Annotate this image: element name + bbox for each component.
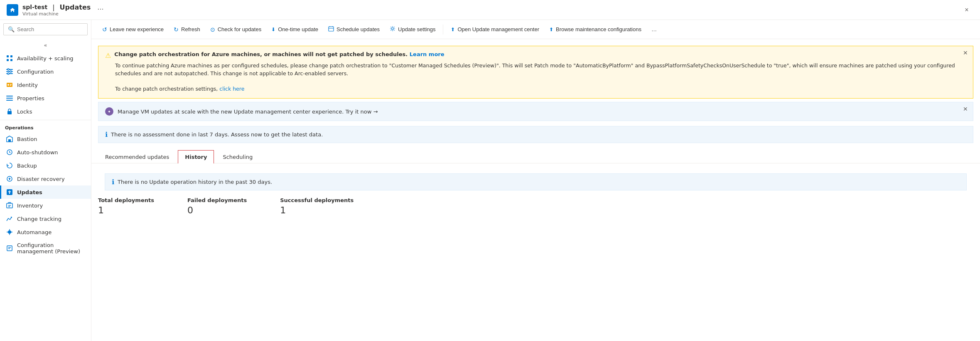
search-input[interactable] bbox=[17, 26, 83, 32]
svg-point-12 bbox=[7, 84, 9, 86]
warning-alert-title: Change patch orchestration for Azure mac… bbox=[114, 51, 444, 57]
successful-deployments-stat: Successful deployments 1 bbox=[280, 197, 354, 215]
sidebar-item[interactable]: Configuration bbox=[0, 65, 91, 78]
sidebar-item-label: Change tracking bbox=[17, 216, 61, 222]
learn-more-link[interactable]: Learn more bbox=[410, 51, 445, 57]
svg-rect-4 bbox=[10, 59, 12, 61]
leave-new-experience-icon: ↺ bbox=[102, 26, 107, 33]
tab-history[interactable]: History bbox=[178, 150, 214, 163]
click-here-link[interactable]: click here bbox=[219, 86, 244, 92]
properties-icon bbox=[6, 95, 13, 101]
tabs: Recommended updates History Scheduling bbox=[98, 150, 973, 163]
autoshutdown-icon bbox=[6, 149, 13, 156]
config-mgmt-icon bbox=[6, 245, 13, 252]
top-header: spl-test | Updates ... Virtual machine × bbox=[0, 0, 980, 20]
open-update-management-center-button[interactable]: ⬆ Open Update management center bbox=[447, 24, 543, 35]
updates-icon bbox=[6, 189, 13, 195]
bastion-icon bbox=[6, 136, 13, 142]
operations-section-header: Operations bbox=[0, 120, 91, 132]
check-for-updates-button[interactable]: ⊙ Check for updates bbox=[206, 24, 266, 35]
sidebar-item[interactable]: Properties bbox=[0, 91, 91, 105]
open-umc-icon: ⬆ bbox=[451, 27, 455, 32]
assessment-info-text: There is no assessment done in last 7 da… bbox=[111, 131, 323, 138]
svg-point-10 bbox=[7, 73, 9, 74]
leave-new-experience-button[interactable]: ↺ Leave new experience bbox=[98, 24, 168, 35]
search-icon: 🔍 bbox=[8, 26, 15, 32]
refresh-icon: ↻ bbox=[174, 26, 179, 33]
identity-icon bbox=[6, 82, 13, 88]
configuration-icon bbox=[6, 68, 13, 75]
failed-deployments-value: 0 bbox=[187, 205, 247, 215]
collapse-icon: « bbox=[44, 42, 47, 48]
locks-icon bbox=[6, 108, 13, 115]
failed-deployments-label: Failed deployments bbox=[187, 197, 247, 203]
sidebar-item-autoshutdown[interactable]: Auto-shutdown bbox=[0, 146, 91, 159]
svg-rect-23 bbox=[9, 192, 10, 194]
total-deployments-stat: Total deployments 1 bbox=[98, 197, 154, 215]
svg-rect-14 bbox=[10, 85, 11, 86]
disaster-recovery-icon bbox=[6, 175, 13, 182]
promo-alert-text: Manage VM updates at scale with the new … bbox=[118, 109, 378, 115]
svg-rect-16 bbox=[6, 98, 13, 99]
svg-rect-3 bbox=[7, 59, 9, 61]
backup-icon bbox=[6, 162, 13, 169]
total-deployments-value: 1 bbox=[98, 205, 154, 215]
schedule-updates-icon bbox=[328, 26, 334, 33]
history-content: ℹ There is no Update operation history i… bbox=[91, 163, 980, 222]
sidebar-item-change-tracking[interactable]: Change tracking bbox=[0, 212, 91, 225]
browse-maintenance-icon: ⬆ bbox=[549, 27, 553, 32]
assessment-info-icon: ℹ bbox=[105, 131, 108, 138]
svg-rect-19 bbox=[8, 139, 11, 142]
availability-scaling-icon bbox=[6, 55, 13, 62]
sidebar-item-label: Identity bbox=[17, 82, 38, 88]
header-resource-name: spl-test bbox=[22, 4, 47, 10]
successful-deployments-value: 1 bbox=[280, 205, 354, 215]
svg-rect-1 bbox=[7, 55, 9, 57]
sidebar-item-disaster-recovery[interactable]: Disaster recovery bbox=[0, 172, 91, 185]
refresh-button[interactable]: ↻ Refresh bbox=[169, 24, 204, 35]
warning-alert-body: To continue patching Azure machines as p… bbox=[115, 62, 966, 93]
sidebar-item-inventory[interactable]: Inventory bbox=[0, 199, 91, 212]
warning-alert: ✕ ⚠ Change patch orchestration for Azure… bbox=[98, 46, 973, 99]
promo-alert-close[interactable]: ✕ bbox=[963, 106, 968, 112]
one-time-update-button[interactable]: ⬇ One-time update bbox=[267, 24, 322, 35]
tab-recommended-updates[interactable]: Recommended updates bbox=[98, 150, 176, 163]
successful-deployments-label: Successful deployments bbox=[280, 197, 354, 203]
sidebar: 🔍 « Availability + scaling Configuration… bbox=[0, 20, 91, 341]
more-options-button[interactable]: … bbox=[647, 24, 661, 35]
sidebar-item[interactable]: Locks bbox=[0, 105, 91, 118]
browse-maintenance-configurations-button[interactable]: ⬆ Browse maintenance configurations bbox=[545, 24, 646, 35]
svg-rect-26 bbox=[7, 246, 12, 251]
schedule-updates-button[interactable]: Schedule updates bbox=[324, 23, 384, 35]
sidebar-item-label: Configuration bbox=[17, 69, 54, 75]
sidebar-item-label: Availability + scaling bbox=[17, 55, 74, 62]
sidebar-item[interactable]: Identity bbox=[0, 78, 91, 91]
sidebar-item-bastion[interactable]: Bastion bbox=[0, 132, 91, 146]
sidebar-item[interactable]: Availability + scaling bbox=[0, 52, 91, 65]
sidebar-item-backup[interactable]: Backup bbox=[0, 159, 91, 172]
sidebar-item-label: Bastion bbox=[17, 136, 37, 142]
assessment-info-banner: ℹ There is no assessment done in last 7 … bbox=[98, 126, 973, 143]
collapse-sidebar-button[interactable]: « bbox=[3, 40, 88, 50]
warning-alert-close[interactable]: ✕ bbox=[963, 49, 968, 56]
close-button[interactable]: × bbox=[960, 3, 973, 17]
search-box[interactable]: 🔍 bbox=[3, 23, 88, 35]
sidebar-item-label: Disaster recovery bbox=[17, 176, 65, 182]
inventory-icon bbox=[6, 202, 13, 209]
svg-rect-27 bbox=[329, 27, 334, 31]
svg-point-8 bbox=[7, 69, 9, 70]
sidebar-item-label: Backup bbox=[17, 163, 37, 169]
sidebar-item-label: Locks bbox=[17, 109, 32, 115]
toolbar: ↺ Leave new experience ↻ Refresh ⊙ Check… bbox=[91, 20, 980, 39]
header-ellipsis[interactable]: ... bbox=[97, 3, 103, 11]
update-settings-button[interactable]: Update settings bbox=[386, 23, 440, 35]
one-time-update-icon: ⬇ bbox=[271, 27, 275, 32]
sidebar-item-updates[interactable]: Updates bbox=[0, 185, 91, 199]
tab-scheduling[interactable]: Scheduling bbox=[216, 150, 260, 163]
svg-rect-13 bbox=[10, 84, 12, 85]
sidebar-item-automanage[interactable]: Automanage bbox=[0, 225, 91, 239]
sidebar-item-label: Inventory bbox=[17, 203, 43, 209]
sidebar-item-config-mgmt[interactable]: Configuration management (Preview) bbox=[0, 239, 91, 258]
header-page-title: Updates bbox=[60, 3, 91, 11]
app-icon bbox=[7, 4, 18, 16]
